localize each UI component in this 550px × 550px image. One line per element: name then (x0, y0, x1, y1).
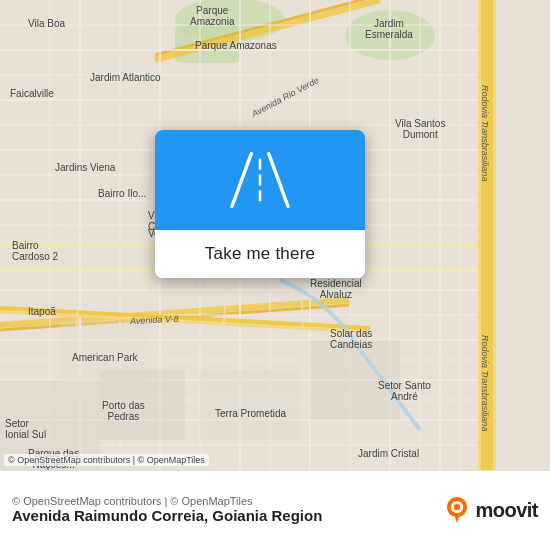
moovit-pin-icon (443, 497, 471, 525)
card-icon-area (155, 130, 365, 230)
bottom-bar: © OpenStreetMap contributors | © OpenMap… (0, 470, 550, 550)
svg-rect-5 (481, 0, 493, 470)
location-card: Take me there (155, 130, 365, 278)
svg-line-49 (232, 154, 251, 207)
highway-icon (225, 145, 295, 215)
svg-rect-47 (200, 370, 300, 440)
moovit-logo: moovit (443, 497, 538, 525)
map-attribution-overlay: © OpenStreetMap contributors | © OpenMap… (4, 454, 209, 466)
map-view: Vila Boa ParqueAmazonia Parque Amazonas … (0, 0, 550, 470)
svg-rect-48 (310, 340, 400, 420)
svg-rect-46 (100, 370, 185, 440)
svg-point-56 (454, 504, 460, 510)
moovit-brand-text: moovit (475, 499, 538, 522)
bottom-bar-title: Avenida Raimundo Correia, Goiania Region (12, 507, 435, 524)
bottom-bar-content: © OpenStreetMap contributors | © OpenMap… (12, 495, 435, 526)
bottom-attribution-text: © OpenStreetMap contributors | © OpenMap… (12, 495, 435, 507)
svg-line-50 (269, 154, 288, 207)
take-me-there-button[interactable]: Take me there (155, 230, 365, 278)
